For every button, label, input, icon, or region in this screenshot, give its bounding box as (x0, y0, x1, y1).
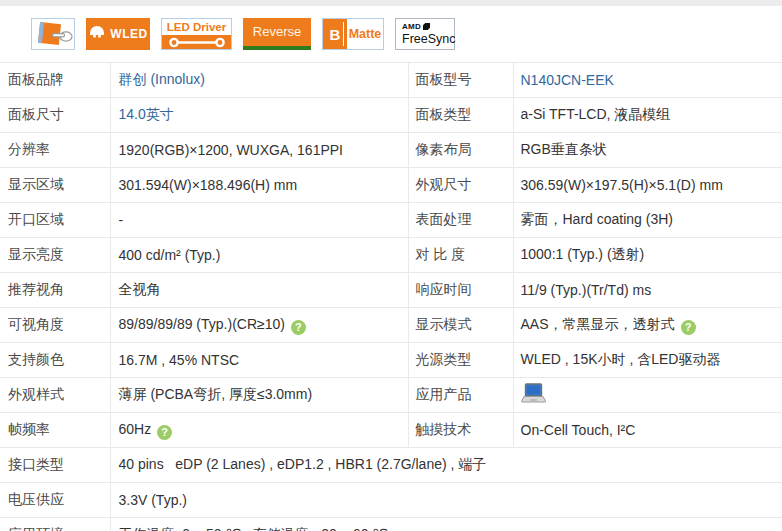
spec-value: 薄屏 (PCBA弯折, 厚度≤3.0mm) (110, 378, 408, 413)
spec-row: 帧频率 60Hz? 触摸技术 On-Cell Touch, I²C (0, 413, 782, 448)
badge-wled[interactable]: WLED (86, 18, 150, 50)
pointing-hand-icon (51, 28, 73, 47)
spec-value: 16.7M , 45% NTSC (110, 343, 408, 378)
spec-value: 工作温度: 0 ~ 50 ℃ ; 存储温度: -20 ~ 60 ℃ (110, 518, 782, 531)
spec-label: 接口类型 (0, 448, 110, 483)
spec-label: 面板类型 (408, 98, 513, 133)
spec-label: 显示亮度 (0, 238, 110, 273)
spec-row: 分辨率 1920(RGB)×1200, WUXGA, 161PPI 像素布局 R… (0, 133, 782, 168)
spec-value: 雾面，Hard coating (3H) (513, 203, 782, 238)
led-driver-cable-icon (162, 35, 231, 49)
led-driver-label: LED Driver (162, 19, 231, 35)
spec-label: 分辨率 (0, 133, 110, 168)
spec-value: WLED , 15K小时 , 含LED驱动器 (513, 343, 782, 378)
spec-label: 面板品牌 (0, 63, 110, 98)
amd-arrow-icon (423, 23, 430, 30)
spec-label: 表面处理 (408, 203, 513, 238)
spec-label: 帧频率 (0, 413, 110, 448)
spec-label: 推荐视角 (0, 273, 110, 308)
badge-led-driver[interactable]: LED Driver (161, 18, 232, 50)
spec-label: 外观样式 (0, 378, 110, 413)
help-icon[interactable]: ? (157, 425, 172, 440)
badge-reverse[interactable]: Reverse (243, 18, 311, 50)
amd-label: AMD (402, 22, 421, 31)
spec-value: 306.59(W)×197.5(H)×5.1(D) mm (513, 168, 782, 203)
spec-row: 应用环境 工作温度: 0 ~ 50 ℃ ; 存储温度: -20 ~ 60 ℃ (0, 518, 782, 531)
spec-value: - (110, 203, 408, 238)
help-icon[interactable]: ? (681, 320, 696, 335)
spec-value: 60Hz? (110, 413, 408, 448)
spec-value: 1000:1 (Typ.) (透射) (513, 238, 782, 273)
badge-matte[interactable]: B Matte (322, 18, 384, 50)
panel-model-link[interactable]: N140JCN-EEK (521, 72, 614, 88)
spec-label: 显示区域 (0, 168, 110, 203)
panel-brand-link[interactable]: 群创 (Innolux) (119, 71, 205, 87)
spec-value: N140JCN-EEK (513, 63, 782, 98)
matte-label: Matte (347, 19, 383, 49)
panel-size-link[interactable]: 14.0英寸 (119, 106, 174, 122)
top-divider (0, 0, 782, 6)
reverse-label: Reverse (253, 24, 301, 39)
help-icon[interactable]: ? (291, 320, 306, 335)
spec-label: 响应时间 (408, 273, 513, 308)
wled-label: WLED (110, 27, 147, 41)
spec-value: 3.3V (Typ.) (110, 483, 782, 518)
frame-rate-value: 60Hz (119, 421, 152, 437)
spec-row: 显示区域 301.594(W)×188.496(H) mm 外观尺寸 306.5… (0, 168, 782, 203)
spec-label: 像素布局 (408, 133, 513, 168)
viewing-angle-value: 89/89/89/89 (Typ.)(CR≥10) (119, 316, 285, 332)
spec-row: 电压供应 3.3V (Typ.) (0, 483, 782, 518)
spec-label: 面板型号 (408, 63, 513, 98)
spec-row: 面板品牌 群创 (Innolux) 面板型号 N140JCN-EEK (0, 63, 782, 98)
spec-value: 400 cd/m² (Typ.) (110, 238, 408, 273)
badge-amd-freesync[interactable]: AMD FreeSync (395, 18, 455, 50)
spec-value: a-Si TFT-LCD, 液晶模组 (513, 98, 782, 133)
spec-label: 开口区域 (0, 203, 110, 238)
spec-value: AAS，常黑显示，透射式? (513, 308, 782, 343)
spec-value: RGB垂直条状 (513, 133, 782, 168)
spec-label: 应用环境 (0, 518, 110, 531)
spec-value: On-Cell Touch, I²C (513, 413, 782, 448)
feature-badges-row: WLED LED Driver Reverse B Matte AMD Free… (31, 18, 782, 50)
badge-touch-panel[interactable] (31, 18, 75, 50)
spec-value: 11/9 (Typ.)(Tr/Td) ms (513, 273, 782, 308)
spec-label: 显示模式 (408, 308, 513, 343)
freesync-label: FreeSync (402, 32, 454, 46)
spec-row: 外观样式 薄屏 (PCBA弯折, 厚度≤3.0mm) 应用产品 (0, 378, 782, 413)
spec-row: 面板尺寸 14.0英寸 面板类型 a-Si TFT-LCD, 液晶模组 (0, 98, 782, 133)
spec-value: 全视角 (110, 273, 408, 308)
spec-label: 支持颜色 (0, 343, 110, 378)
spec-row: 开口区域 - 表面处理 雾面，Hard coating (3H) (0, 203, 782, 238)
spec-value: 1920(RGB)×1200, WUXGA, 161PPI (110, 133, 408, 168)
spec-value: 89/89/89/89 (Typ.)(CR≥10)? (110, 308, 408, 343)
spec-label: 应用产品 (408, 378, 513, 413)
display-mode-value: AAS，常黑显示，透射式 (521, 316, 675, 332)
spec-label: 电压供应 (0, 483, 110, 518)
wled-lamp-icon (88, 24, 106, 45)
spec-row: 推荐视角 全视角 响应时间 11/9 (Typ.)(Tr/Td) ms (0, 273, 782, 308)
spec-value: 40 pins eDP (2 Lanes) , eDP1.2 , HBR1 (2… (110, 448, 782, 483)
laptop-icon[interactable] (521, 383, 547, 408)
spec-row: 可视角度 89/89/89/89 (Typ.)(CR≥10)? 显示模式 AAS… (0, 308, 782, 343)
spec-label: 对 比 度 (408, 238, 513, 273)
spec-table: 面板品牌 群创 (Innolux) 面板型号 N140JCN-EEK 面板尺寸 … (0, 62, 782, 531)
spec-row: 接口类型 40 pins eDP (2 Lanes) , eDP1.2 , HB… (0, 448, 782, 483)
spec-label: 触摸技术 (408, 413, 513, 448)
spec-label: 面板尺寸 (0, 98, 110, 133)
spec-label: 可视角度 (0, 308, 110, 343)
spec-value: 14.0英寸 (110, 98, 408, 133)
matte-b-icon: B (323, 19, 347, 49)
spec-row: 显示亮度 400 cd/m² (Typ.) 对 比 度 1000:1 (Typ.… (0, 238, 782, 273)
spec-row: 支持颜色 16.7M , 45% NTSC 光源类型 WLED , 15K小时 … (0, 343, 782, 378)
spec-label: 光源类型 (408, 343, 513, 378)
spec-value: 群创 (Innolux) (110, 63, 408, 98)
spec-label: 外观尺寸 (408, 168, 513, 203)
spec-value: 301.594(W)×188.496(H) mm (110, 168, 408, 203)
spec-value (513, 378, 782, 413)
